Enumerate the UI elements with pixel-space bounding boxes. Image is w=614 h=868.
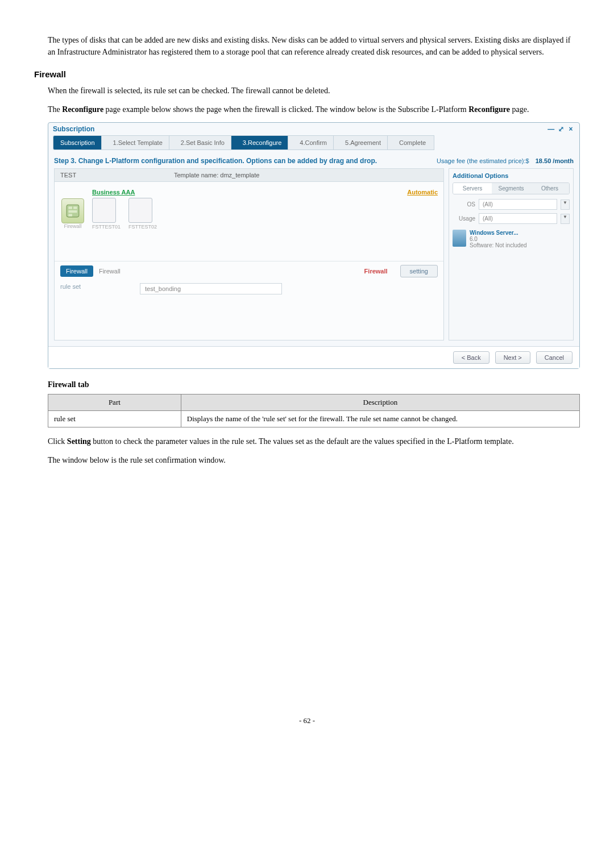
server-node-1[interactable]: FSTTEST01 bbox=[92, 198, 121, 230]
rule-set-key: rule set bbox=[60, 283, 140, 294]
back-button[interactable]: < Back bbox=[453, 351, 489, 364]
text: page. bbox=[510, 105, 529, 114]
crumb-step1[interactable]: 1.Select Template bbox=[101, 135, 171, 150]
th-part: Part bbox=[48, 394, 181, 411]
after-table-para-2: The window below is the rule set confirm… bbox=[48, 454, 580, 466]
firewall-para-1: When the firewall is selected, its rule … bbox=[48, 85, 580, 97]
text: Click bbox=[48, 437, 67, 446]
sidebar-tabs: Servers Segments Others bbox=[453, 182, 570, 194]
text: The bbox=[48, 105, 62, 114]
server1-caption: FSTTEST01 bbox=[92, 224, 121, 230]
usage-fee: Usage fee (the estimated price):$ 18.50 … bbox=[437, 157, 574, 164]
topology-area[interactable]: Business AAA Automatic Firewall FSTTEST0… bbox=[55, 182, 443, 261]
crumb-step5[interactable]: 5.Agreement bbox=[333, 135, 389, 150]
rule-set-row: rule set test_bonding bbox=[55, 281, 443, 306]
os-label: OS bbox=[453, 201, 475, 207]
firewall-tab-table: Part Description rule set Displays the n… bbox=[48, 394, 580, 427]
maximize-icon[interactable]: ⤢ bbox=[557, 125, 565, 133]
cancel-button[interactable]: Cancel bbox=[536, 351, 572, 364]
tab-firewall[interactable]: Firewall bbox=[60, 265, 93, 277]
firewall-caption: Firewall bbox=[61, 223, 84, 229]
wizard-breadcrumb: Subscription 1.Select Template 2.Set Bas… bbox=[48, 135, 579, 153]
reconfigure-bold-2: Reconfigure bbox=[468, 105, 510, 114]
next-button[interactable]: Next > bbox=[495, 351, 530, 364]
os-filter-row: OS (All) ▼ bbox=[453, 199, 570, 210]
business-label[interactable]: Business AAA bbox=[92, 189, 437, 196]
setting-button[interactable]: setting bbox=[400, 265, 438, 277]
svg-rect-4 bbox=[68, 214, 72, 216]
table-caption: Firewall tab bbox=[48, 380, 580, 389]
tab-servers[interactable]: Servers bbox=[453, 183, 492, 194]
topology-row: Firewall FSTTEST01 FSTTEST02 bbox=[61, 198, 437, 230]
server-template-card[interactable]: Windows Server... 6.0 Software: Not incl… bbox=[453, 230, 570, 248]
server-version: 6.0 bbox=[470, 236, 527, 242]
chevron-down-icon[interactable]: ▼ bbox=[561, 214, 570, 224]
usage-filter-row: Usage (All) ▼ bbox=[453, 213, 570, 224]
firewall-para-2: The Reconfigure page example below shows… bbox=[48, 103, 580, 115]
after-table-para-1: Click Setting button to check the parame… bbox=[48, 435, 580, 447]
server-node-2[interactable]: FSTTEST02 bbox=[128, 198, 157, 230]
sidebar-header: Additional Options bbox=[453, 172, 570, 179]
automatic-label[interactable]: Automatic bbox=[407, 189, 438, 196]
minimize-icon[interactable]: — bbox=[547, 125, 555, 133]
table-header-row: Part Description bbox=[48, 394, 580, 411]
window-titlebar: Subscription — ⤢ × bbox=[48, 123, 579, 135]
td-part: rule set bbox=[48, 411, 181, 427]
main-pane: TEST Template name: dmz_template Busines… bbox=[48, 168, 579, 346]
window-title: Subscription bbox=[53, 125, 94, 133]
firewall-label: Firewall bbox=[364, 268, 388, 275]
step-row: Step 3. Change L-Platform configuration … bbox=[48, 153, 579, 168]
svg-rect-1 bbox=[68, 206, 72, 209]
step-instruction: Step 3. Change L-Platform configuration … bbox=[54, 157, 377, 165]
svg-rect-2 bbox=[73, 206, 77, 209]
template-name: Template name: dmz_template bbox=[174, 172, 438, 178]
usage-fee-label: Usage fee (the estimated price):$ bbox=[437, 157, 529, 164]
usage-fee-value: 18.50 /month bbox=[536, 157, 574, 164]
subscription-window: Subscription — ⤢ × Subscription 1.Select… bbox=[48, 122, 580, 369]
server2-caption: FSTTEST02 bbox=[128, 224, 157, 230]
rule-set-value: test_bonding bbox=[140, 283, 282, 294]
setting-bold: Setting bbox=[67, 437, 91, 446]
os-select[interactable]: (All) bbox=[479, 199, 557, 210]
svg-rect-3 bbox=[68, 210, 77, 213]
firewall-heading: Firewall bbox=[34, 69, 580, 79]
table-row: rule set Displays the name of the 'rule … bbox=[48, 411, 580, 427]
text: button to check the parameter values in … bbox=[91, 437, 514, 446]
firewall-node[interactable]: Firewall bbox=[61, 198, 84, 229]
detail-header: Firewall Firewall Firewall setting bbox=[55, 261, 443, 281]
intro-paragraph: The types of disks that can be added are… bbox=[48, 34, 580, 58]
software-value: Not included bbox=[495, 242, 527, 248]
server-info: Windows Server... 6.0 Software: Not incl… bbox=[470, 230, 527, 248]
th-description: Description bbox=[181, 394, 579, 411]
usage-select[interactable]: (All) bbox=[479, 213, 557, 224]
tab-segments[interactable]: Segments bbox=[492, 183, 530, 194]
window-controls: — ⤢ × bbox=[547, 125, 575, 133]
crumb-complete[interactable]: Complete bbox=[387, 135, 434, 150]
close-icon[interactable]: × bbox=[567, 125, 575, 133]
crumb-step4[interactable]: 4.Confirm bbox=[288, 135, 335, 150]
canvas-header: TEST Template name: dmz_template bbox=[55, 169, 443, 182]
firewall-detail-title: Firewall bbox=[99, 268, 121, 275]
server-template-name: Windows Server... bbox=[470, 230, 527, 236]
tab-others[interactable]: Others bbox=[530, 183, 569, 194]
config-canvas: TEST Template name: dmz_template Busines… bbox=[54, 168, 444, 340]
td-description: Displays the name of the 'rule set' set … bbox=[181, 411, 579, 427]
crumb-step3[interactable]: 3.Reconfigure bbox=[231, 135, 291, 150]
usage-label: Usage bbox=[453, 215, 475, 222]
page-number: - 62 - bbox=[34, 716, 580, 725]
software-label: Software: bbox=[470, 242, 493, 248]
crumb-step2[interactable]: 2.Set Basic Info bbox=[169, 135, 233, 150]
reconfigure-bold: Reconfigure bbox=[62, 105, 103, 114]
firewall-icon bbox=[65, 203, 80, 218]
text: page example below shows the page when t… bbox=[103, 105, 468, 114]
additional-options-panel: Additional Options Servers Segments Othe… bbox=[449, 168, 574, 340]
platform-name: TEST bbox=[60, 172, 174, 178]
wizard-footer: < Back Next > Cancel bbox=[48, 346, 579, 368]
chevron-down-icon[interactable]: ▼ bbox=[561, 200, 570, 210]
server-icon bbox=[453, 230, 466, 247]
crumb-subscription[interactable]: Subscription bbox=[53, 135, 103, 150]
